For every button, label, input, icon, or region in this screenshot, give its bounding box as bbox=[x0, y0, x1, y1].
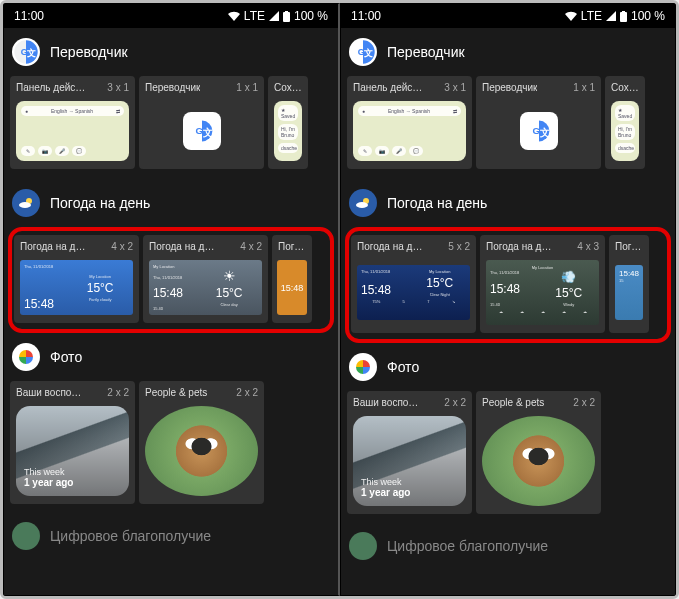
photo-widgets-row[interactable]: Ваши воспом… 2 x 2 This week 1 year ago … bbox=[4, 381, 338, 514]
weather-temp: 15°C bbox=[555, 286, 582, 300]
widget-name: Погода на де… bbox=[486, 241, 556, 252]
signal-icon bbox=[269, 11, 279, 21]
status-bar: 11:00 LTE 100 % bbox=[341, 4, 675, 28]
weather-date: Thu, 11/01/2018 bbox=[24, 264, 71, 269]
battery-icon bbox=[620, 11, 627, 22]
widget-name: People & pets bbox=[145, 387, 207, 398]
section-photo-title: Фото bbox=[387, 359, 419, 375]
widget-action-panel[interactable]: Панель дейст… 3 x 1 ●English → Spanish⇄ … bbox=[347, 76, 472, 169]
widget-name: Панель дейст… bbox=[16, 82, 86, 93]
saved-label: Saved bbox=[281, 113, 295, 119]
weather-date: Thu, 11/01/2018 bbox=[361, 269, 414, 274]
weather-loc: My Location bbox=[429, 269, 451, 274]
weather-time: 15:48 bbox=[281, 283, 304, 293]
widget-weather-c[interactable]: Погода 15:48 15 bbox=[609, 235, 649, 333]
section-photo[interactable]: Фото bbox=[4, 333, 338, 381]
widget-picker[interactable]: G文 Переводчик Панель дейст… 3 x 1 ●Engli… bbox=[341, 28, 675, 568]
widget-name: Погода на де… bbox=[149, 241, 219, 252]
section-translator[interactable]: G文 Переводчик bbox=[4, 28, 338, 76]
widget-memories[interactable]: Ваши воспом… 2 x 2 This week 1 year ago bbox=[10, 381, 135, 504]
battery-icon bbox=[283, 11, 290, 22]
widget-saved[interactable]: Сохране ★ Saved Hi, I'm Brunodsache bbox=[605, 76, 645, 169]
svg-text:文: 文 bbox=[363, 48, 373, 58]
widget-saved[interactable]: Сохране ★ Saved Hi, I'm Brunodsache bbox=[268, 76, 308, 169]
widget-name: Сохране bbox=[611, 82, 639, 93]
battery-label: 100 % bbox=[294, 9, 328, 23]
widget-name: Переводчик bbox=[145, 82, 200, 93]
svg-rect-12 bbox=[622, 11, 625, 13]
weather-temp: 15°C bbox=[87, 281, 114, 295]
signal-icon bbox=[606, 11, 616, 21]
widget-size: 2 x 2 bbox=[573, 397, 595, 408]
weather-cond: Partly cloudy bbox=[89, 297, 112, 302]
widget-people-pets[interactable]: People & pets 2 x 2 bbox=[476, 391, 601, 514]
section-translator[interactable]: G文 Переводчик bbox=[341, 28, 675, 76]
wifi-icon bbox=[228, 11, 240, 21]
svg-rect-11 bbox=[620, 12, 627, 22]
dual-screenshot: 11:00 LTE 100 % G文 Переводчик Панел bbox=[3, 3, 676, 596]
status-right: LTE 100 % bbox=[565, 9, 665, 23]
widget-memories[interactable]: Ваши воспом… 2 x 2 This week 1 year ago bbox=[347, 391, 472, 514]
weather-time: 15:48 bbox=[619, 269, 639, 278]
saved-label: Saved bbox=[618, 113, 632, 119]
widget-weather-c[interactable]: Погода 15:48 bbox=[272, 235, 312, 323]
weather-app-icon bbox=[349, 189, 377, 217]
widget-translator-1x1[interactable]: Переводчик 1 x 1 G文 bbox=[476, 76, 601, 169]
weather-widgets-row[interactable]: Погода на де… 4 x 2 Thu, 11/01/2018 15:4… bbox=[14, 235, 328, 323]
wifi-icon bbox=[565, 11, 577, 21]
phone-left: 11:00 LTE 100 % G文 Переводчик Панел bbox=[3, 3, 340, 596]
widget-name: Панель дейст… bbox=[353, 82, 423, 93]
section-wellbeing-title: Цифровое благополучие bbox=[50, 528, 211, 544]
phone-right: 11:00 LTE 100 % G文 Переводчик Панель дей… bbox=[340, 3, 676, 596]
photos-app-icon bbox=[349, 353, 377, 381]
weather-time: 15:48 bbox=[361, 283, 414, 297]
widget-weather-5x2[interactable]: Погода на де… 5 x 2 Thu, 11/01/2018 15:4… bbox=[351, 235, 476, 333]
widget-action-panel[interactable]: Панель дейст… 3 x 1 ●English → Spanish⇄ … bbox=[10, 76, 135, 169]
section-photo[interactable]: Фото bbox=[341, 343, 675, 391]
widget-weather-4x3[interactable]: Погода на де… 4 x 3 My Location Thu, 11/… bbox=[480, 235, 605, 333]
section-weather[interactable]: Погода на день bbox=[341, 179, 675, 227]
widget-size: 3 x 1 bbox=[444, 82, 466, 93]
weather-widgets-row[interactable]: Погода на де… 5 x 2 Thu, 11/01/2018 15:4… bbox=[351, 235, 665, 333]
section-weather[interactable]: Погода на день bbox=[4, 179, 338, 227]
translator-widgets-row[interactable]: Панель дейст… 3 x 1 ●English → Spanish⇄ … bbox=[4, 76, 338, 179]
widget-size: 2 x 2 bbox=[107, 387, 129, 398]
network-label: LTE bbox=[581, 9, 602, 23]
section-wellbeing[interactable]: Цифровое благополучие bbox=[341, 524, 675, 568]
weather-loc: My Location bbox=[153, 264, 200, 269]
photos-app-icon bbox=[12, 343, 40, 371]
weather-highlight: Погода на де… 5 x 2 Thu, 11/01/2018 15:4… bbox=[345, 227, 671, 343]
photo-widgets-row[interactable]: Ваши воспом… 2 x 2 This week 1 year ago … bbox=[341, 391, 675, 524]
widget-weather-4x2-a[interactable]: Погода на де… 4 x 2 Thu, 11/01/2018 15:4… bbox=[14, 235, 139, 323]
weather-highlight: Погода на де… 4 x 2 Thu, 11/01/2018 15:4… bbox=[8, 227, 334, 333]
svg-point-21 bbox=[356, 202, 368, 208]
weather-date: Thu, 11/01/2018 bbox=[153, 275, 200, 280]
section-photo-title: Фото bbox=[50, 349, 82, 365]
wellbeing-app-icon bbox=[12, 522, 40, 550]
weather-loc: My Location bbox=[89, 274, 111, 279]
section-wellbeing[interactable]: Цифровое благополучие bbox=[4, 514, 338, 558]
memory-top: This week bbox=[361, 477, 410, 487]
status-bar: 11:00 LTE 100 % bbox=[4, 4, 338, 28]
widget-translator-1x1[interactable]: Переводчик 1 x 1 G文 bbox=[139, 76, 264, 169]
status-time: 11:00 bbox=[14, 9, 44, 23]
section-weather-title: Погода на день bbox=[50, 195, 150, 211]
network-label: LTE bbox=[244, 9, 265, 23]
widget-name: Погода на де… bbox=[20, 241, 90, 252]
widget-size: 2 x 2 bbox=[444, 397, 466, 408]
widget-size: 5 x 2 bbox=[448, 241, 470, 252]
weather-cond: Clear Night bbox=[430, 292, 450, 297]
translate-app-icon: G文 bbox=[349, 38, 377, 66]
langpair-label: English → Spanish bbox=[51, 108, 93, 114]
widget-picker[interactable]: G文 Переводчик Панель дейст… 3 x 1 ●Engli… bbox=[4, 28, 338, 558]
widget-weather-4x2-b[interactable]: Погода на де… 4 x 2 My Location Thu, 11/… bbox=[143, 235, 268, 323]
weather-temp: 15°C bbox=[216, 286, 243, 300]
widget-size: 1 x 1 bbox=[573, 82, 595, 93]
widget-name: Погода на де… bbox=[357, 241, 427, 252]
memory-bottom: 1 year ago bbox=[361, 487, 410, 498]
weather-cond: Clear day bbox=[221, 302, 238, 307]
svg-text:G: G bbox=[195, 125, 203, 136]
translator-widgets-row[interactable]: Панель дейст… 3 x 1 ●English → Spanish⇄ … bbox=[341, 76, 675, 179]
widget-people-pets[interactable]: People & pets 2 x 2 bbox=[139, 381, 264, 504]
section-translator-title: Переводчик bbox=[387, 44, 465, 60]
